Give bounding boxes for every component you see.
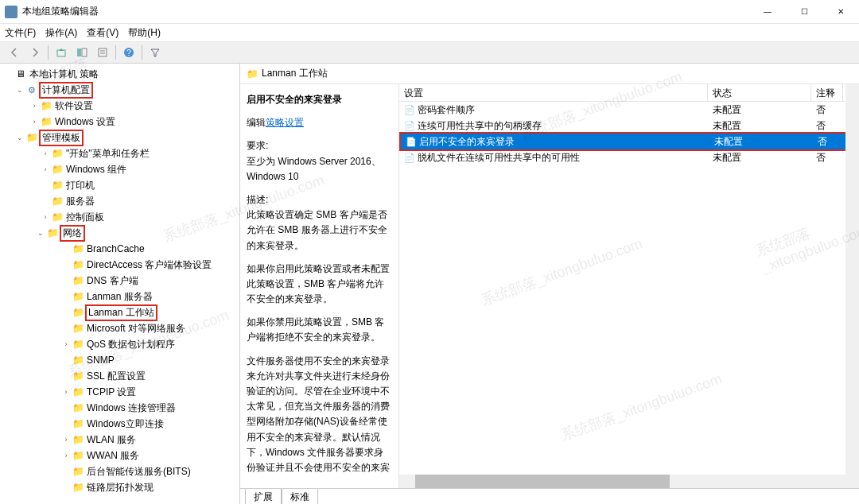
menu-help[interactable]: 帮助(H)	[128, 26, 161, 40]
folder-icon	[72, 259, 84, 270]
list-row[interactable]: 密码套件顺序 未配置 否	[399, 102, 859, 118]
tree-lanman-server[interactable]: Lanman 服务器	[0, 289, 239, 304]
vertical-scrollbar[interactable]	[845, 84, 859, 488]
tree-dns-client[interactable]: DNS 客户端	[0, 273, 239, 289]
tabs: 扩展 标准	[240, 488, 859, 504]
tree-server[interactable]: 服务器	[0, 193, 239, 209]
forward-button[interactable]	[25, 44, 45, 61]
folder-icon	[25, 132, 38, 143]
setting-icon	[404, 104, 415, 115]
close-button[interactable]: ✕	[822, 0, 859, 23]
folder-icon	[51, 196, 64, 207]
folder-icon	[51, 180, 64, 191]
detail-panel: 启用不安全的来宾登录 编辑策略设置 要求:至少为 Windows Server …	[240, 84, 399, 488]
tree-start-taskbar[interactable]: ›"开始"菜单和任务栏	[0, 145, 239, 161]
filter-button[interactable]	[146, 44, 165, 61]
right-pane-title: Lanman 工作站	[262, 67, 328, 80]
folder-icon	[72, 243, 84, 254]
computer-icon	[14, 68, 27, 79]
maximize-button[interactable]: ☐	[786, 0, 822, 23]
tree-root[interactable]: 本地计算机 策略	[0, 66, 239, 82]
svg-rect-1	[77, 48, 81, 56]
tree-lltd[interactable]: 链路层拓扑发现	[0, 479, 239, 495]
help-button[interactable]: ?	[119, 44, 138, 61]
tree-win-conn-mgr[interactable]: Windows 连接管理器	[0, 400, 239, 416]
edit-policy-link[interactable]: 策略设置	[266, 117, 304, 128]
horizontal-scrollbar[interactable]	[399, 475, 845, 488]
window-title: 本地组策略编辑器	[22, 5, 749, 18]
tree-admin-templates[interactable]: ⌄管理模板	[0, 130, 239, 145]
right-pane: Lanman 工作站 启用不安全的来宾登录 编辑策略设置 要求:至少为 Wind…	[240, 64, 859, 504]
svg-rect-0	[57, 50, 65, 56]
folder-icon	[46, 227, 59, 238]
col-setting[interactable]: 设置	[399, 84, 708, 101]
col-comment[interactable]: 注释	[811, 84, 843, 101]
folder-icon	[72, 418, 84, 429]
folder-icon	[51, 148, 64, 159]
toolbar: ?	[0, 41, 859, 64]
tree-software-settings[interactable]: ›软件设置	[0, 98, 239, 114]
folder-icon	[40, 100, 52, 111]
setting-icon	[404, 152, 415, 163]
tab-standard[interactable]: 标准	[282, 489, 318, 504]
setting-icon	[406, 136, 417, 147]
menu-file[interactable]: 文件(F)	[5, 26, 36, 40]
titlebar: 本地组策略编辑器 — ☐ ✕	[0, 0, 859, 24]
folder-icon	[72, 275, 84, 286]
tree-tcpip[interactable]: ›TCPIP 设置	[0, 384, 239, 400]
back-button[interactable]	[5, 44, 24, 61]
folder-icon	[72, 355, 84, 366]
list-row[interactable]: 脱机文件在连续可用性共享中的可用性 未配置 否	[399, 149, 859, 165]
tree-win-conn-now[interactable]: Windows立即连接	[0, 416, 239, 432]
svg-text:?: ?	[126, 48, 131, 57]
tree-wlan[interactable]: ›WLAN 服务	[0, 432, 239, 448]
menu-view[interactable]: 查看(V)	[87, 26, 119, 40]
tree-pane[interactable]: 本地计算机 策略 ⌄计算机配置 ›软件设置 ›Windows 设置 ⌄管理模板 …	[0, 64, 240, 504]
tree-qos[interactable]: ›QoS 数据包计划程序	[0, 336, 239, 352]
tree-lanman-workstation[interactable]: Lanman 工作站	[0, 304, 239, 320]
settings-list: 设置 状态 注释 密码套件顺序 未配置 否 连续可用性共享中的句柄缓存 未配置 …	[399, 84, 859, 488]
app-icon	[5, 6, 17, 18]
tree-windows-settings[interactable]: ›Windows 设置	[0, 114, 239, 130]
tab-extended[interactable]: 扩展	[245, 489, 282, 504]
folder-icon	[72, 466, 84, 477]
menubar: 文件(F) 操作(A) 查看(V) 帮助(H)	[0, 24, 859, 41]
folder-icon	[247, 68, 258, 79]
svg-rect-3	[99, 48, 107, 56]
tree-computer-config[interactable]: ⌄计算机配置	[0, 82, 239, 98]
tree-windows-components[interactable]: ›Windows 组件	[0, 161, 239, 177]
minimize-button[interactable]: —	[749, 0, 786, 23]
tree-printers[interactable]: 打印机	[0, 177, 239, 193]
tree-network[interactable]: ⌄网络	[0, 225, 239, 241]
list-header: 设置 状态 注释	[399, 84, 859, 102]
up-button[interactable]	[52, 44, 71, 61]
folder-icon	[51, 164, 64, 175]
tree-branchcache[interactable]: BranchCache	[0, 241, 239, 257]
tree-snmp[interactable]: SNMP	[0, 352, 239, 368]
folder-icon	[72, 450, 84, 461]
setting-icon	[404, 120, 415, 131]
folder-icon	[72, 323, 84, 334]
right-pane-header: Lanman 工作站	[240, 64, 859, 84]
folder-icon	[72, 291, 84, 302]
tree-directaccess[interactable]: DirectAccess 客户端体验设置	[0, 257, 239, 273]
list-row-selected[interactable]: 启用不安全的来宾登录 未配置 否	[399, 132, 859, 151]
folder-icon	[72, 307, 84, 318]
tree-control-panel[interactable]: ›控制面板	[0, 209, 239, 225]
folder-icon	[72, 402, 84, 413]
folder-icon	[72, 482, 84, 493]
folder-icon	[72, 370, 84, 382]
tree-ms-p2p[interactable]: Microsoft 对等网络服务	[0, 320, 239, 336]
svg-rect-2	[82, 48, 87, 56]
tree-bits[interactable]: 后台智能传送服务(BITS)	[0, 463, 239, 479]
properties-button[interactable]	[93, 44, 112, 61]
folder-icon	[40, 116, 52, 127]
tree-ssl[interactable]: SSL 配置设置	[0, 368, 239, 384]
detail-title: 启用不安全的来宾登录	[247, 92, 392, 107]
tree-wwan[interactable]: ›WWAN 服务	[0, 448, 239, 463]
col-state[interactable]: 状态	[708, 84, 811, 101]
list-row[interactable]: 连续可用性共享中的句柄缓存 未配置 否	[399, 118, 859, 134]
show-hide-tree-button[interactable]	[72, 44, 91, 61]
menu-action[interactable]: 操作(A)	[45, 26, 77, 40]
folder-icon	[72, 386, 84, 397]
